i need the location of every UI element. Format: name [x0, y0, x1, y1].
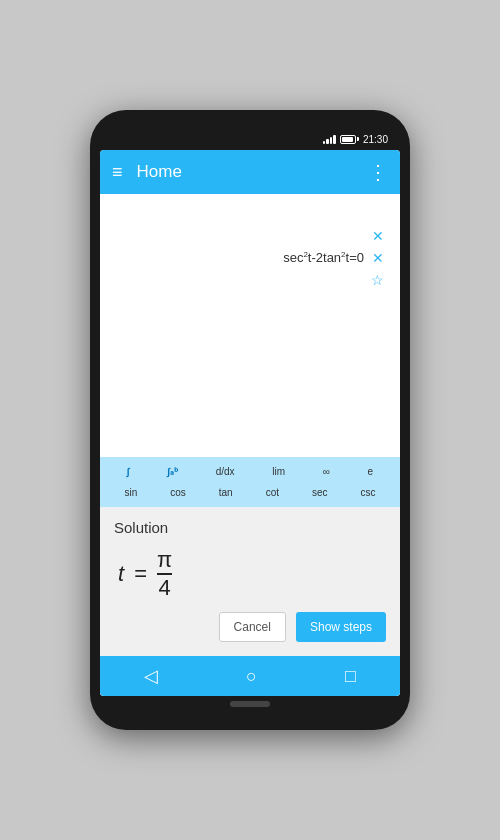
favorite-icon[interactable]: ☆: [371, 272, 384, 288]
status-time: 21:30: [363, 134, 388, 145]
home-button[interactable]: ○: [246, 666, 257, 687]
key-e[interactable]: e: [362, 463, 380, 480]
main-content: ✕ sec2t-2tan2t=0 ✕ ☆ ∫ ∫ₐᵇ: [100, 194, 400, 696]
solution-numerator: π: [157, 548, 172, 572]
key-csc[interactable]: csc: [355, 484, 382, 501]
more-options-icon[interactable]: ⋮: [368, 160, 388, 184]
equation-row-star: ☆: [112, 272, 388, 288]
app-bar: ≡ Home ⋮: [100, 150, 400, 194]
key-integral[interactable]: ∫: [121, 463, 136, 480]
key-cos[interactable]: cos: [164, 484, 192, 501]
app-title: Home: [137, 162, 368, 182]
solution-fraction: π 4: [157, 548, 172, 600]
key-tan[interactable]: tan: [213, 484, 239, 501]
status-bar: 21:30: [100, 128, 400, 150]
physical-home-button: [230, 701, 270, 707]
keyboard-row-1: ∫ ∫ₐᵇ d/dx lim ∞ e: [100, 461, 400, 482]
solution-equation: t = π 4: [114, 544, 386, 608]
delete-icon[interactable]: ✕: [372, 250, 384, 266]
back-button[interactable]: ◁: [144, 665, 158, 687]
key-limit[interactable]: lim: [266, 463, 291, 480]
key-sec[interactable]: sec: [306, 484, 334, 501]
keyboard-row-2: sin cos tan cot sec csc: [100, 482, 400, 503]
solution-equals: =: [134, 561, 147, 587]
equation-row-empty: ✕: [112, 228, 388, 244]
recent-button[interactable]: □: [345, 666, 356, 687]
math-keyboard: ∫ ∫ₐᵇ d/dx lim ∞ e sin cos tan cot sec c…: [100, 457, 400, 507]
key-derivative[interactable]: d/dx: [210, 463, 241, 480]
solution-variable: t: [118, 561, 124, 587]
solution-label: Solution: [114, 519, 386, 536]
equation-text: sec2t-2tan2t=0: [112, 250, 372, 265]
signal-icon: [323, 134, 336, 144]
status-icons: 21:30: [323, 134, 388, 145]
solution-denominator: 4: [158, 576, 170, 600]
key-infinity[interactable]: ∞: [317, 463, 336, 480]
phone-bottom-bar: [100, 696, 400, 712]
equation-row-1: sec2t-2tan2t=0 ✕: [112, 250, 388, 266]
phone-screen: ≡ Home ⋮ ✕ sec2t-2tan2t=0 ✕: [100, 150, 400, 696]
delete-icon-top[interactable]: ✕: [372, 228, 384, 244]
battery-icon: [340, 135, 359, 144]
key-definite-integral[interactable]: ∫ₐᵇ: [161, 463, 184, 480]
key-sin[interactable]: sin: [118, 484, 143, 501]
key-cot[interactable]: cot: [260, 484, 285, 501]
equation-area: ✕ sec2t-2tan2t=0 ✕ ☆: [100, 194, 400, 457]
bottom-nav: ◁ ○ □: [100, 656, 400, 696]
buttons-row: Cancel Show steps: [114, 608, 386, 644]
phone-device: 21:30 ≡ Home ⋮ ✕ sec2t-2tan2t=0: [90, 110, 410, 730]
solution-panel: Solution t = π 4 Cancel Show steps: [100, 507, 400, 656]
show-steps-button[interactable]: Show steps: [296, 612, 386, 642]
cancel-button[interactable]: Cancel: [219, 612, 286, 642]
hamburger-icon[interactable]: ≡: [112, 162, 123, 183]
